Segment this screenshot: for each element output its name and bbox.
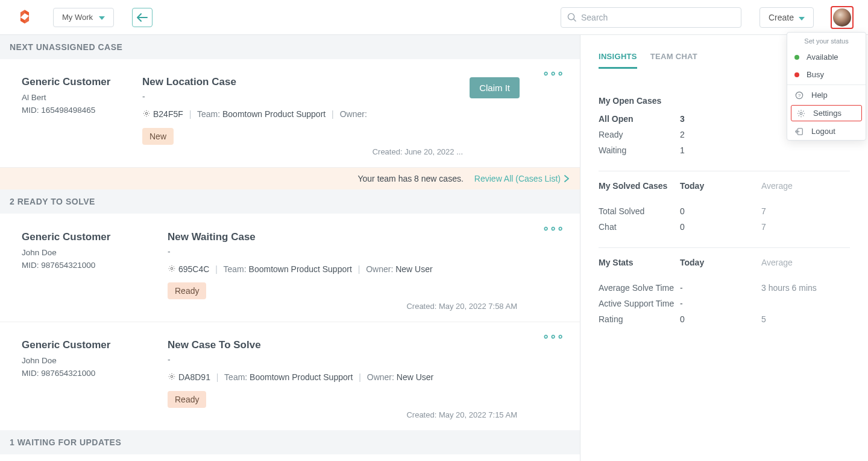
menu-logout[interactable]: Logout: [787, 122, 866, 140]
svg-point-7: [171, 267, 173, 270]
open-ready-value: 2: [680, 130, 761, 139]
case-more-icon[interactable]: ∘∘∘: [542, 221, 564, 235]
status-busy-label: Busy: [807, 70, 824, 79]
create-label: Create: [769, 13, 794, 22]
stats-ast-avg: 3 hours 6 mins: [761, 283, 850, 293]
case-ref-icon: [168, 262, 176, 278]
my-work-dropdown[interactable]: My Work: [53, 8, 114, 27]
customer-contact: John Doe: [22, 356, 168, 365]
status-dot-available-icon: [794, 55, 799, 60]
svg-point-8: [171, 375, 173, 378]
my-stats-section: My Stats Today Average Average Solve Tim…: [599, 248, 850, 340]
customer-name: Generic Customer: [22, 339, 168, 351]
case-ref: B24F5F: [153, 109, 183, 119]
review-all-link[interactable]: Review All (Cases List): [474, 174, 569, 183]
stats-rating-today: 0: [680, 314, 761, 324]
customer-contact: John Doe: [22, 248, 168, 257]
menu-settings[interactable]: Settings: [791, 105, 862, 121]
create-dropdown[interactable]: Create: [760, 7, 814, 28]
solved-today-head: Today: [680, 181, 761, 191]
stats-sup-today: -: [680, 299, 761, 308]
section-ready-to-solve: 2 READY TO SOLVE: [0, 189, 580, 214]
search-icon: [567, 13, 576, 22]
case-card[interactable]: ∘∘∘ Generic Customer John Doe MID: 98765…: [0, 322, 580, 430]
solved-chat-label: Chat: [599, 222, 680, 232]
status-busy[interactable]: Busy: [787, 66, 866, 83]
user-menu: Set your status Available Busy ? Help Se…: [787, 32, 866, 141]
owner-name: New User: [397, 372, 433, 382]
my-work-label: My Work: [62, 13, 93, 22]
case-ref: DA8D91: [178, 372, 210, 382]
solved-chat-avg: 7: [761, 222, 850, 232]
solved-total-today: 0: [680, 206, 761, 216]
solved-total-label: Total Solved: [599, 206, 680, 216]
user-avatar-button[interactable]: [831, 6, 854, 29]
team-name: Boomtown Product Support: [222, 109, 326, 119]
case-card[interactable]: ∘∘∘ Claim It Generic Customer Al Bert MI…: [0, 59, 580, 168]
solved-cases-section: My Solved Cases Today Average Total Solv…: [599, 171, 850, 248]
status-dot-busy-icon: [794, 72, 799, 77]
owner-label: Owner:: [366, 264, 393, 274]
team-label: Team:: [224, 264, 247, 274]
chevron-right-icon: [564, 175, 569, 182]
section-next-unassigned: NEXT UNASSIGNED CASE: [0, 35, 580, 59]
case-more-icon[interactable]: ∘∘∘: [542, 329, 564, 343]
menu-help[interactable]: ? Help: [787, 86, 866, 104]
open-all-label: All Open: [599, 114, 680, 124]
case-meta: B24F5F | Team: Boomtown Product Support …: [142, 106, 565, 123]
stats-sup-label: Active Support Time: [599, 299, 680, 308]
case-created: Created: June 20, 2022 ...: [142, 147, 565, 156]
case-meta: DA8D91 | Team: Boomtown Product Support …: [168, 369, 565, 386]
customer-name: Generic Customer: [22, 76, 142, 88]
customer-mid: MID: 987654321000: [22, 261, 168, 270]
solved-total-avg: 7: [761, 206, 850, 216]
search-input[interactable]: [581, 13, 735, 22]
team-name: Boomtown Product Support: [250, 372, 353, 382]
status-available[interactable]: Available: [787, 48, 866, 66]
status-badge: Ready: [168, 391, 206, 408]
menu-logout-label: Logout: [811, 127, 835, 136]
review-all-label: Review All (Cases List): [474, 174, 561, 183]
stats-rating-label: Rating: [599, 314, 680, 324]
case-created: Created: May 20, 2022 7:15 AM: [168, 410, 565, 419]
open-waiting-label: Waiting: [599, 145, 680, 155]
logout-icon: [794, 127, 804, 136]
case-ref: 695C4C: [178, 264, 209, 274]
app-logo[interactable]: [14, 7, 35, 28]
solved-heading: My Solved Cases: [599, 181, 680, 191]
status-available-label: Available: [807, 52, 838, 62]
avatar: [833, 8, 851, 27]
claim-button[interactable]: Claim It: [470, 77, 520, 98]
team-notice-bar: Your team has 8 new cases. Review All (C…: [0, 168, 580, 189]
open-waiting-value: 1: [680, 145, 761, 155]
owner-label: Owner:: [340, 109, 367, 119]
search-box[interactable]: [561, 7, 741, 28]
customer-name: Generic Customer: [22, 231, 168, 243]
help-icon: ?: [794, 91, 804, 100]
stats-sup-avg: [761, 299, 850, 308]
customer-mid: MID: 165498498465: [22, 106, 142, 115]
menu-settings-label: Settings: [813, 109, 841, 118]
status-badge: Ready: [168, 282, 206, 299]
back-button[interactable]: [132, 8, 153, 27]
gear-icon: [796, 109, 806, 118]
case-card[interactable]: ∘∘∘ Generic Customer John Doe MID: 98765…: [0, 214, 580, 323]
case-ref-icon: [168, 370, 176, 386]
tab-insights[interactable]: INSIGHTS: [599, 52, 637, 69]
case-more-icon[interactable]: ∘∘∘: [542, 66, 564, 80]
status-badge: New: [142, 128, 174, 145]
svg-point-6: [145, 112, 148, 115]
case-title: New Case To Solve: [168, 339, 565, 351]
notice-text: Your team has 8 new cases.: [357, 174, 463, 183]
case-subtitle: -: [168, 355, 565, 364]
team-label: Team:: [224, 372, 247, 382]
solved-avg-head: Average: [761, 181, 850, 191]
stats-heading: My Stats: [599, 258, 680, 267]
tab-team-chat[interactable]: TEAM CHAT: [650, 52, 697, 69]
caret-down-icon: [99, 13, 105, 22]
open-all-value: 3: [680, 114, 761, 124]
owner-label: Owner:: [367, 372, 394, 382]
stats-ast-today: -: [680, 283, 761, 293]
case-created: Created: May 20, 2022 7:58 AM: [168, 302, 565, 311]
caret-down-icon: [799, 13, 805, 22]
